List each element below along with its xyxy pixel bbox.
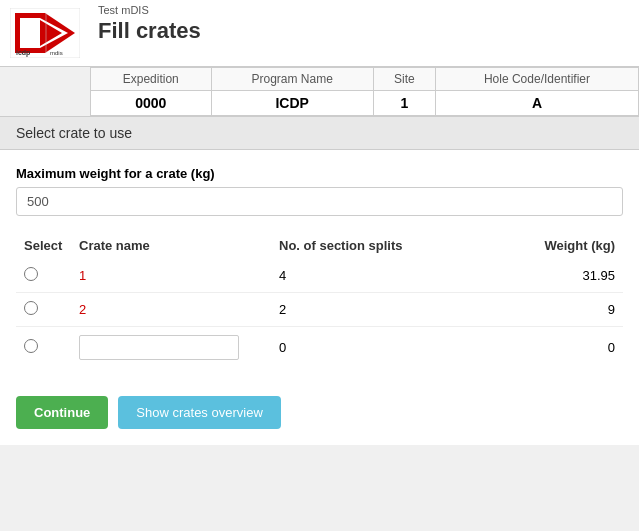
show-crates-button[interactable]: Show crates overview	[118, 396, 280, 429]
weight-1: 31.95	[451, 259, 623, 293]
logo-icon: icdp mdis	[10, 8, 80, 58]
test-label: Test mDIS	[90, 0, 639, 16]
max-weight-label: Maximum weight for a crate (kg)	[16, 166, 623, 181]
val-site: 1	[373, 91, 435, 116]
splits-3: 0	[271, 327, 451, 369]
weight-3: 0	[451, 327, 623, 369]
table-row: 0 0	[16, 327, 623, 369]
new-crate-name-input[interactable]	[79, 335, 239, 360]
select-cell	[16, 293, 71, 327]
section-bar: Select crate to use	[0, 116, 639, 150]
th-weight: Weight (kg)	[451, 232, 623, 259]
col-program: Program Name	[211, 68, 373, 91]
crate-name-1: 1	[71, 259, 271, 293]
button-row: Continue Show crates overview	[0, 384, 639, 445]
header-right: Test mDIS Fill crates	[90, 0, 639, 66]
weight-2: 9	[451, 293, 623, 327]
crate-table: Select Crate name No. of section splits …	[16, 232, 623, 368]
th-select: Select	[16, 232, 71, 259]
crate-radio-3[interactable]	[24, 339, 38, 353]
svg-marker-4	[20, 18, 40, 48]
svg-text:icdp: icdp	[16, 49, 30, 57]
crate-radio-1[interactable]	[24, 267, 38, 281]
crate-name-3-cell	[71, 327, 271, 369]
table-row: 1 4 31.95	[16, 259, 623, 293]
val-expedition: 0000	[91, 91, 212, 116]
select-cell	[16, 327, 71, 369]
th-name: Crate name	[71, 232, 271, 259]
select-cell	[16, 259, 71, 293]
svg-text:mdis: mdis	[50, 50, 63, 56]
crate-radio-2[interactable]	[24, 301, 38, 315]
crate-name-2: 2	[71, 293, 271, 327]
val-hole: A	[435, 91, 638, 116]
val-program: ICDP	[211, 91, 373, 116]
page-title: Fill crates	[90, 16, 639, 48]
col-hole: Hole Code/Identifier	[435, 68, 638, 91]
section-label: Select crate to use	[16, 125, 132, 141]
header: icdp mdis Test mDIS Fill crates	[0, 0, 639, 67]
splits-2: 2	[271, 293, 451, 327]
col-expedition: Expedition	[91, 68, 212, 91]
logo: icdp mdis	[0, 0, 90, 66]
continue-button[interactable]: Continue	[16, 396, 108, 429]
main-content: Maximum weight for a crate (kg) Select C…	[0, 150, 639, 384]
table-row: 2 2 9	[16, 293, 623, 327]
col-site: Site	[373, 68, 435, 91]
th-splits: No. of section splits	[271, 232, 451, 259]
max-weight-input[interactable]	[16, 187, 623, 216]
splits-1: 4	[271, 259, 451, 293]
info-table: Expedition Program Name Site Hole Code/I…	[90, 67, 639, 116]
